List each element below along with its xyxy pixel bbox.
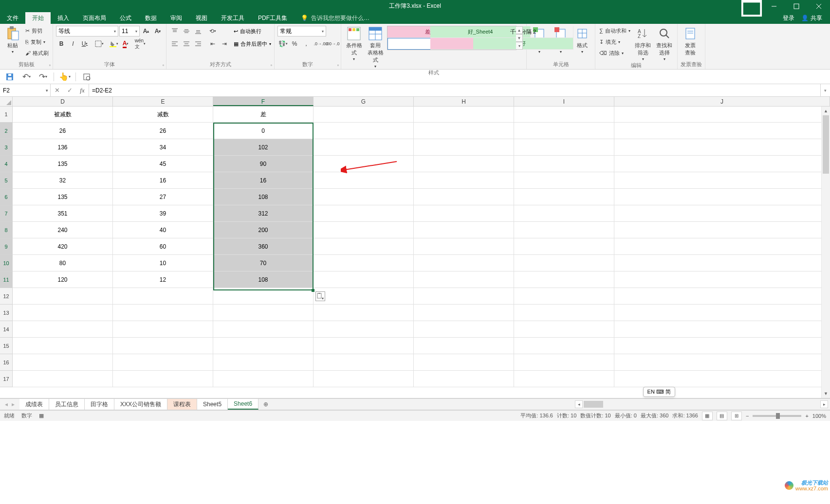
cell-G11[interactable] bbox=[314, 271, 414, 288]
cell-F11[interactable]: 108 bbox=[213, 271, 314, 288]
cell-G5[interactable] bbox=[314, 172, 414, 189]
autosum-button[interactable]: ∑自动求和▾ bbox=[598, 26, 631, 36]
sort-filter-button[interactable]: AZ排序和筛选▾ bbox=[633, 26, 653, 61]
cell-I12[interactable] bbox=[514, 288, 614, 305]
cell-H17[interactable] bbox=[414, 371, 514, 387]
tab-page-layout[interactable]: 页面布局 bbox=[76, 12, 113, 24]
tell-me-search[interactable]: 💡 告诉我您想要做什么… bbox=[301, 12, 369, 24]
cell-G8[interactable] bbox=[314, 222, 414, 238]
col-header-G[interactable]: G bbox=[314, 97, 414, 106]
align-bottom-button[interactable] bbox=[193, 26, 203, 36]
view-page-layout-button[interactable]: ▤ bbox=[717, 412, 727, 420]
name-box-dropdown[interactable]: ▾ bbox=[46, 88, 48, 93]
decrease-font-button[interactable]: A▾ bbox=[152, 26, 163, 36]
cell-G2[interactable] bbox=[314, 123, 414, 139]
cell-D15[interactable] bbox=[13, 338, 113, 354]
font-name-select[interactable]: 等线▾ bbox=[56, 26, 118, 36]
gallery-up[interactable]: ▲ bbox=[516, 26, 523, 34]
cell-E1[interactable]: 减数 bbox=[113, 107, 213, 123]
row-header-10[interactable]: 10 bbox=[0, 255, 13, 271]
align-left-button[interactable] bbox=[169, 38, 180, 49]
row-header-7[interactable]: 7 bbox=[0, 205, 13, 222]
cell-E10[interactable]: 10 bbox=[113, 255, 213, 271]
ribbon-display-options-icon[interactable] bbox=[740, 0, 763, 12]
cell-D13[interactable] bbox=[13, 305, 113, 321]
cell-H11[interactable] bbox=[414, 271, 514, 288]
number-launcher[interactable]: ▫ bbox=[337, 61, 339, 69]
clear-button[interactable]: ⌫清除▾ bbox=[598, 48, 631, 58]
cell-I2[interactable] bbox=[514, 123, 614, 139]
cell-D2[interactable]: 26 bbox=[13, 123, 113, 139]
tab-data[interactable]: 数据 bbox=[138, 12, 164, 24]
alignment-launcher[interactable]: ▫ bbox=[271, 61, 272, 69]
sheet-tab-Sheet5[interactable]: Sheet5 bbox=[197, 399, 228, 410]
cell-I9[interactable] bbox=[514, 238, 614, 255]
enter-formula-button[interactable]: ✓ bbox=[63, 87, 76, 94]
maximize-button[interactable] bbox=[785, 0, 808, 12]
scroll-thumb[interactable] bbox=[823, 115, 829, 174]
vertical-scrollbar[interactable]: ▲ ▼ bbox=[821, 107, 830, 398]
cell-G4[interactable] bbox=[314, 156, 414, 172]
increase-font-button[interactable]: A▴ bbox=[141, 26, 151, 36]
row-header-4[interactable]: 4 bbox=[0, 156, 13, 172]
orientation-button[interactable]: ⟲▾ bbox=[207, 26, 218, 36]
cell-F15[interactable] bbox=[213, 338, 314, 354]
cell-H6[interactable] bbox=[414, 189, 514, 205]
cell-J16[interactable] bbox=[614, 354, 830, 371]
increase-decimal-button[interactable]: .0→.00 bbox=[315, 38, 326, 49]
cell-G3[interactable] bbox=[314, 139, 414, 156]
cell-J5[interactable] bbox=[614, 172, 830, 189]
cell-H16[interactable] bbox=[414, 354, 514, 371]
cell-H15[interactable] bbox=[414, 338, 514, 354]
increase-indent-button[interactable]: ⇥ bbox=[219, 38, 230, 49]
tab-scroll-first[interactable]: ◂ bbox=[5, 401, 8, 408]
row-header-8[interactable]: 8 bbox=[0, 222, 13, 238]
hscroll-right[interactable]: ▸ bbox=[820, 400, 828, 408]
accounting-format-button[interactable]: 💱▾ bbox=[277, 38, 288, 49]
cell-I5[interactable] bbox=[514, 172, 614, 189]
cell-J6[interactable] bbox=[614, 189, 830, 205]
row-header-14[interactable]: 14 bbox=[0, 321, 13, 338]
cell-F17[interactable] bbox=[213, 371, 314, 387]
cell-E8[interactable]: 40 bbox=[113, 222, 213, 238]
cell-H10[interactable] bbox=[414, 255, 514, 271]
cell-F6[interactable]: 108 bbox=[213, 189, 314, 205]
qat-undo-button[interactable]: ↶▾ bbox=[20, 71, 32, 83]
horizontal-scrollbar[interactable]: ◂ ▸ bbox=[575, 400, 828, 408]
scroll-up-button[interactable]: ▲ bbox=[822, 107, 830, 115]
row-header-12[interactable]: 12 bbox=[0, 288, 13, 305]
cell-D10[interactable]: 80 bbox=[13, 255, 113, 271]
tab-review[interactable]: 审阅 bbox=[164, 12, 189, 24]
cell-G12[interactable] bbox=[314, 288, 414, 305]
cell-J14[interactable] bbox=[614, 321, 830, 338]
cell-D17[interactable] bbox=[13, 371, 113, 387]
cell-J11[interactable] bbox=[614, 271, 830, 288]
select-all-button[interactable] bbox=[0, 97, 13, 106]
col-header-F[interactable]: F bbox=[213, 97, 314, 106]
cell-E16[interactable] bbox=[113, 354, 213, 371]
scroll-down-button[interactable]: ▼ bbox=[822, 389, 830, 398]
autofill-options-button[interactable] bbox=[315, 291, 325, 301]
clipboard-launcher[interactable]: ▫ bbox=[49, 61, 51, 69]
row-header-15[interactable]: 15 bbox=[0, 338, 13, 354]
comma-format-button[interactable]: ， bbox=[301, 38, 312, 49]
cell-F1[interactable]: 差 bbox=[213, 107, 314, 123]
cell-J15[interactable] bbox=[614, 338, 830, 354]
qat-print-preview-button[interactable] bbox=[81, 71, 92, 83]
cell-E15[interactable] bbox=[113, 338, 213, 354]
cell-D5[interactable]: 32 bbox=[13, 172, 113, 189]
cell-F7[interactable]: 312 bbox=[213, 205, 314, 222]
cell-J8[interactable] bbox=[614, 222, 830, 238]
cell-E3[interactable]: 34 bbox=[113, 139, 213, 156]
style-good2[interactable]: 好 bbox=[473, 38, 573, 50]
cell-G9[interactable] bbox=[314, 238, 414, 255]
cell-E9[interactable]: 60 bbox=[113, 238, 213, 255]
wrap-text-button[interactable]: ↩自动换行 bbox=[234, 26, 271, 36]
zoom-slider[interactable] bbox=[753, 415, 801, 417]
cell-D3[interactable]: 136 bbox=[13, 139, 113, 156]
align-right-button[interactable] bbox=[193, 38, 203, 49]
ime-indicator[interactable]: EN ⌨ 简 bbox=[643, 387, 675, 397]
insert-function-button[interactable]: fx bbox=[76, 87, 89, 94]
cell-F10[interactable]: 70 bbox=[213, 255, 314, 271]
cell-I8[interactable] bbox=[514, 222, 614, 238]
